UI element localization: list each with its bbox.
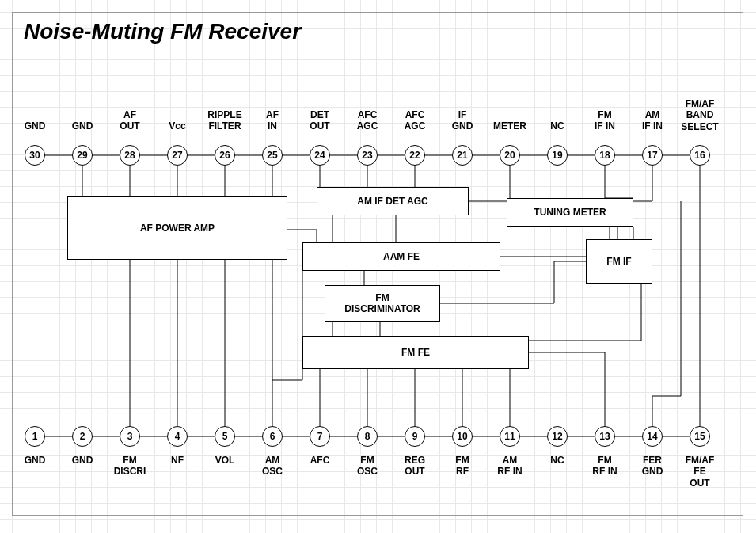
pin-3: 3 bbox=[120, 426, 140, 447]
pin-label-13: FM RF IN bbox=[592, 455, 617, 478]
pin-9: 9 bbox=[405, 426, 425, 447]
pin-label-24: DET OUT bbox=[310, 109, 329, 132]
block-fm-discriminator: FM DISCRIMINATOR bbox=[325, 285, 440, 322]
pin-28: 28 bbox=[120, 145, 140, 166]
pin-7: 7 bbox=[310, 426, 330, 447]
pin-30: 30 bbox=[25, 145, 45, 166]
pin-label-10: FM RF bbox=[455, 455, 469, 478]
pin-label-15: FM/AF FE OUT bbox=[686, 455, 715, 489]
pin-24: 24 bbox=[310, 145, 330, 166]
pin-label-1: GND bbox=[25, 455, 46, 466]
pin-label-20: METER bbox=[493, 120, 526, 131]
block-af-power-amp: AF POWER AMP bbox=[67, 196, 287, 260]
block-am-if-det-agc: AM IF DET AGC bbox=[317, 187, 469, 215]
pin-label-14: FER GND bbox=[642, 455, 663, 478]
block-tuning-meter: TUNING METER bbox=[507, 198, 633, 227]
pin-label-7: AFC bbox=[310, 455, 330, 466]
pin-12: 12 bbox=[547, 426, 568, 447]
pin-20: 20 bbox=[500, 145, 520, 166]
pin-label-23: AFC AGC bbox=[357, 109, 378, 132]
pin-label-28: AF OUT bbox=[120, 109, 139, 132]
pin-6: 6 bbox=[262, 426, 283, 447]
block-fm-fe: FM FE bbox=[302, 336, 529, 369]
pin-label-4: NF bbox=[171, 455, 184, 466]
pin-label-5: VOL bbox=[215, 455, 235, 466]
pin-label-3: FM DISCRI bbox=[114, 455, 146, 478]
pin-11: 11 bbox=[500, 426, 520, 447]
pin-18: 18 bbox=[595, 145, 615, 166]
pin-label-29: GND bbox=[72, 120, 93, 131]
block-aam-fe: AAM FE bbox=[302, 242, 500, 271]
pin-label-25: AF IN bbox=[266, 109, 279, 132]
pin-15: 15 bbox=[690, 426, 710, 447]
pin-2: 2 bbox=[72, 426, 93, 447]
pin-label-6: AM OSC bbox=[262, 455, 283, 478]
pin-5: 5 bbox=[215, 426, 235, 447]
pin-label-18: FM IF IN bbox=[595, 109, 615, 132]
pin-label-9: REG OUT bbox=[405, 455, 425, 478]
pin-8: 8 bbox=[357, 426, 378, 447]
pin-19: 19 bbox=[547, 145, 568, 166]
pin-17: 17 bbox=[642, 145, 663, 166]
pin-label-8: FM OSC bbox=[357, 455, 378, 478]
pin-label-12: NC bbox=[550, 455, 564, 466]
diagram-stage: 30GND29GND28AF OUT27Vcc26RIPPLE FILTER25… bbox=[0, 0, 756, 533]
pin-13: 13 bbox=[595, 426, 615, 447]
pin-label-26: RIPPLE FILTER bbox=[207, 109, 241, 132]
pin-16: 16 bbox=[690, 145, 710, 166]
pin-25: 25 bbox=[262, 145, 283, 166]
block-fm-if: FM IF bbox=[586, 239, 652, 284]
pin-14: 14 bbox=[642, 426, 663, 447]
pin-label-21: IF GND bbox=[452, 109, 473, 132]
pin-label-27: Vcc bbox=[169, 120, 185, 131]
pin-22: 22 bbox=[405, 145, 425, 166]
pin-4: 4 bbox=[167, 426, 188, 447]
pin-27: 27 bbox=[167, 145, 188, 166]
pin-label-19: NC bbox=[550, 120, 564, 131]
pin-1: 1 bbox=[25, 426, 45, 447]
pin-label-11: AM RF IN bbox=[497, 455, 522, 478]
pin-label-16: FM/AF BAND SELECT bbox=[681, 98, 718, 132]
pin-26: 26 bbox=[215, 145, 235, 166]
pin-label-22: AFC AGC bbox=[405, 109, 426, 132]
pin-10: 10 bbox=[452, 426, 473, 447]
pin-23: 23 bbox=[357, 145, 378, 166]
pin-label-30: GND bbox=[25, 120, 46, 131]
pin-29: 29 bbox=[72, 145, 93, 166]
pin-label-2: GND bbox=[72, 455, 93, 466]
pin-label-17: AM IF IN bbox=[642, 109, 663, 132]
pin-21: 21 bbox=[452, 145, 473, 166]
